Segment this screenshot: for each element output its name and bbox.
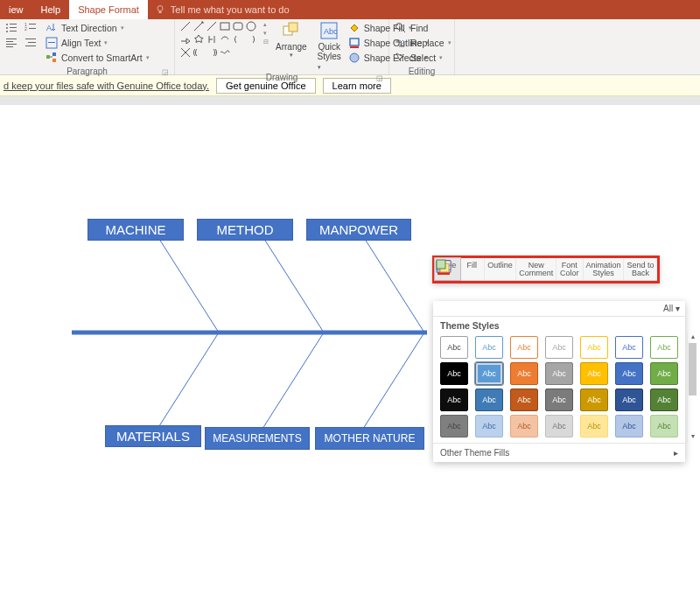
bulb-icon [155,4,165,15]
styles-scrollbar[interactable]: ▴ ▾ [687,332,688,443]
style-swatch[interactable]: Abc [615,362,643,385]
banner-link[interactable]: d keep your files safe with Genuine Offi… [4,80,209,91]
style-swatch[interactable]: Abc [650,362,678,385]
replace-button[interactable]: abacReplace ▾ [395,36,452,50]
align-buttons[interactable] [5,36,18,50]
align-text-button[interactable]: Align Text ▾ [46,36,150,50]
all-dropdown[interactable]: All ▾ [663,304,680,313]
align-text-label: Align Text [61,38,101,48]
find-button[interactable]: Find [395,21,452,35]
style-swatch[interactable]: Abc [475,388,503,411]
other-theme-fills[interactable]: Other Theme Fills▸ [433,443,685,462]
tell-me-search[interactable]: Tell me what you want to do [155,4,290,15]
shapes-gallery[interactable] [180,21,258,60]
text-direction-button[interactable]: AText Direction ▾ [46,21,150,35]
svg-rect-32 [350,46,359,48]
style-swatch[interactable]: Abc [475,415,503,438]
style-swatch[interactable]: Abc [475,336,503,359]
category-machine[interactable]: MACHINE [88,219,184,241]
tab-view-partial[interactable]: iew [0,0,32,19]
style-swatch[interactable]: Abc [545,415,573,438]
style-swatch[interactable]: Abc [510,388,538,411]
svg-rect-8 [6,41,13,42]
svg-point-33 [350,53,359,62]
shape-effects-icon [348,52,360,64]
svg-line-39 [262,236,324,332]
style-swatch[interactable]: Abc [615,415,643,438]
style-swatch[interactable]: Abc [580,336,608,359]
machine-label: MACHINE [105,222,165,237]
slide-canvas[interactable]: MACHINE METHOD MANPOWER MATERIALS MEASUR… [0,105,700,602]
align-text-icon [46,37,58,49]
drawing-launcher[interactable]: ◲ [376,74,383,82]
scroll-down-arrow[interactable]: ▾ [688,432,698,443]
convert-smartart-button[interactable]: Convert to SmartArt ▾ [46,51,150,65]
theme-styles-heading: Theme Styles [433,317,685,332]
quick-styles-button[interactable]: Abc Quick Styles ▾ [314,21,345,71]
tab-help[interactable]: Help [32,0,70,19]
ctx-fill-button[interactable]: Fill [460,258,485,280]
style-swatch[interactable]: Abc [440,362,468,385]
paragraph-launcher[interactable]: ◲ [162,68,169,76]
select-icon [395,52,407,64]
find-label: Find [410,23,428,33]
svg-line-38 [158,236,219,332]
svg-line-40 [363,236,424,332]
style-swatch[interactable]: Abc [440,336,468,359]
style-swatch[interactable]: Abc [440,415,468,438]
svg-rect-51 [437,260,445,269]
category-materials[interactable]: MATERIALS [105,425,201,447]
category-mother-nature[interactable]: MOTHER NATURE [315,427,424,450]
shapes-more[interactable]: ⊟ [263,38,269,46]
svg-text:2: 2 [24,26,27,32]
style-swatch[interactable]: Abc [440,388,468,411]
ctx-outline-button[interactable]: Outline [485,258,517,280]
mother-nature-label: MOTHER NATURE [325,432,416,444]
style-swatch[interactable]: Abc [510,362,538,385]
style-swatch[interactable]: Abc [545,362,573,385]
svg-point-26 [247,22,256,31]
shapes-scroll-up[interactable]: ▴ [263,21,269,28]
tell-me-label: Tell me what you want to do [171,4,290,15]
style-swatch[interactable]: Abc [510,415,538,438]
tab-shape-format[interactable]: Shape Format [69,0,148,19]
style-swatch[interactable]: Abc [650,388,678,411]
svg-rect-28 [289,23,298,32]
svg-rect-31 [350,38,359,46]
style-swatch[interactable]: Abc [580,415,608,438]
style-swatch[interactable]: Abc [475,362,503,385]
quick-styles-label2: Styles [318,52,341,61]
manpower-label: MANPOWER [319,222,398,237]
svg-point-1 [6,24,8,25]
svg-rect-14 [29,28,36,29]
style-swatch[interactable]: Abc [650,415,678,438]
select-button[interactable]: Select ▾ [395,51,452,65]
style-swatch[interactable]: Abc [545,388,573,411]
style-swatch[interactable]: Abc [650,336,678,359]
svg-line-42 [262,332,324,429]
ctx-send-back-button[interactable]: Send to Back [624,258,657,280]
svg-point-0 [158,6,163,11]
shapes-scroll-down[interactable]: ▾ [263,30,269,37]
svg-rect-20 [48,42,55,43]
ctx-new-comment-button[interactable]: New Comment [516,258,556,280]
bullets-button[interactable] [5,21,18,35]
category-manpower[interactable]: MANPOWER [306,219,411,241]
style-swatch[interactable]: Abc [615,336,643,359]
send-back-icon [435,258,452,276]
style-swatch[interactable]: Abc [580,388,608,411]
ctx-animation-styles-button[interactable]: Animation Styles [584,258,624,280]
style-swatch[interactable]: Abc [580,362,608,385]
style-swatch[interactable]: Abc [510,336,538,359]
category-method[interactable]: METHOD [197,219,293,241]
style-swatch[interactable]: Abc [615,388,643,411]
ctx-font-color-button[interactable]: AFont Color [556,258,584,280]
scroll-up-arrow[interactable]: ▴ [688,332,698,343]
numbering-button[interactable]: 12 [24,21,37,35]
arrange-button[interactable]: Arrange▾ [272,21,311,59]
category-measurements[interactable]: MEASUREMENTS [205,427,310,450]
style-swatch[interactable]: Abc [545,336,573,359]
indent-buttons[interactable] [24,36,37,50]
svg-line-41 [158,332,219,429]
text-direction-icon: A [46,22,58,34]
